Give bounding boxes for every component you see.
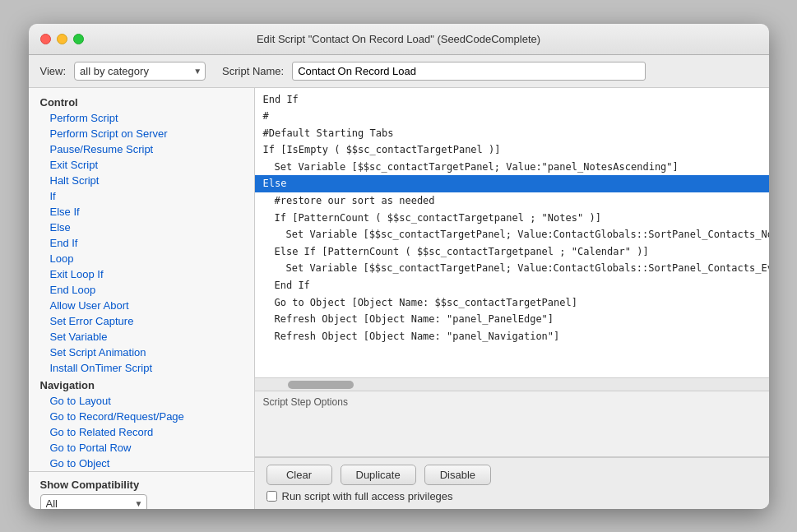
sidebar-item-else[interactable]: Else — [29, 220, 254, 235]
sidebar-item-install-ontimer[interactable]: Install OnTimer Script — [29, 360, 254, 376]
titlebar: Edit Script "Contact On Record Load" (Se… — [29, 24, 769, 55]
scrollbar-thumb[interactable] — [288, 381, 354, 389]
sidebar-item-set-error-capture[interactable]: Set Error Capture — [29, 313, 254, 329]
sidebar-item-exit-loop-if[interactable]: Exit Loop If — [29, 266, 254, 282]
main-window: Edit Script "Contact On Record Load" (Se… — [29, 24, 769, 509]
full-access-label: Run script with full access privileges — [282, 490, 453, 502]
sidebar-item-else-if[interactable]: Else If — [29, 204, 254, 220]
sidebar-item-perform-script[interactable]: Perform Script — [29, 110, 254, 126]
full-access-checkbox[interactable] — [266, 491, 277, 502]
sidebar-category-control: Control — [29, 93, 254, 110]
clear-button[interactable]: Clear — [266, 465, 332, 485]
script-line[interactable]: Set Variable [$$sc_contactTargetPanel; V… — [255, 260, 769, 277]
script-line[interactable]: #Default Starting Tabs — [255, 125, 769, 142]
sidebar-item-end-if[interactable]: End If — [29, 235, 254, 251]
view-label: View: — [40, 65, 67, 77]
sidebar-item-exit-script[interactable]: Exit Script — [29, 157, 254, 173]
sidebar-item-set-script-animation[interactable]: Set Script Animation — [29, 345, 254, 360]
script-line[interactable]: Else If [PatternCount ( $$sc_contactTarg… — [255, 243, 769, 261]
minimize-button[interactable] — [57, 34, 67, 44]
sidebar-item-go-to-record[interactable]: Go to Record/Request/Page — [29, 409, 254, 424]
sidebar-item-go-to-layout[interactable]: Go to Layout — [29, 393, 254, 409]
script-step-options: Script Step Options — [255, 391, 769, 457]
main-content: Control Perform Script Perform Script on… — [29, 88, 769, 509]
maximize-button[interactable] — [73, 34, 84, 44]
script-line[interactable]: If [PatternCount ( $$sc_contactTargetpan… — [255, 210, 769, 227]
script-line[interactable]: #restore our sort as needed — [255, 192, 769, 210]
script-line[interactable]: # — [255, 108, 769, 125]
right-panel: End If # #Default Starting Tabs If [IsEm… — [255, 88, 769, 509]
script-step-options-label: Script Step Options — [263, 396, 348, 408]
script-line[interactable]: Set Variable [$$sc_contactTargetPanel; V… — [255, 226, 769, 243]
traffic-lights — [40, 34, 84, 44]
sidebar-item-if[interactable]: If — [29, 188, 254, 204]
sidebar-item-halt-script[interactable]: Halt Script — [29, 173, 254, 188]
sidebar-bottom: Show Compatibility All ▼ — [29, 471, 254, 509]
script-line[interactable]: Refresh Object [Object Name: "panel_Navi… — [255, 328, 769, 345]
show-compatibility-label: Show Compatibility — [40, 479, 243, 491]
sidebar-category-navigation: Navigation — [29, 376, 254, 393]
script-line[interactable]: Refresh Object [Object Name: "panel_Pane… — [255, 311, 769, 328]
sidebar-item-pause-resume[interactable]: Pause/Resume Script — [29, 141, 254, 157]
toolbar: View: all by category ▼ Script Name: — [29, 55, 769, 88]
script-name-input[interactable] — [292, 62, 646, 81]
sidebar-item-go-to-object[interactable]: Go to Object — [29, 456, 254, 471]
script-editor[interactable]: End If # #Default Starting Tabs If [IsEm… — [255, 88, 769, 378]
duplicate-button[interactable]: Duplicate — [341, 465, 416, 485]
sidebar-item-go-to-portal-row[interactable]: Go to Portal Row — [29, 440, 254, 456]
sidebar-item-perform-script-server[interactable]: Perform Script on Server — [29, 126, 254, 141]
script-line[interactable]: End If — [255, 91, 769, 109]
action-buttons-row: Clear Duplicate Disable — [266, 465, 758, 485]
view-select[interactable]: all by category — [74, 62, 206, 81]
script-line[interactable]: If [IsEmpty ( $$sc_contactTargetPanel )] — [255, 141, 769, 159]
view-select-wrapper: all by category ▼ — [74, 62, 206, 81]
sidebar-item-allow-user-abort[interactable]: Allow User Abort — [29, 298, 254, 313]
compatibility-select[interactable]: All — [40, 494, 147, 509]
sidebar-item-set-variable[interactable]: Set Variable — [29, 329, 254, 345]
window-title: Edit Script "Contact On Record Load" (Se… — [257, 33, 540, 45]
horizontal-scrollbar[interactable] — [255, 378, 769, 391]
sidebar-item-end-loop[interactable]: End Loop — [29, 282, 254, 298]
disable-button[interactable]: Disable — [424, 465, 491, 485]
script-line[interactable]: Set Variable [$$sc_contactTargetPanel; V… — [255, 159, 769, 176]
bottom-bar: Clear Duplicate Disable Run script with … — [255, 457, 769, 509]
script-line-selected[interactable]: Else — [255, 175, 769, 192]
full-access-row: Run script with full access privileges — [266, 490, 758, 502]
sidebar: Control Perform Script Perform Script on… — [29, 88, 255, 509]
script-line[interactable]: End If — [255, 277, 769, 294]
script-name-label: Script Name: — [222, 65, 284, 77]
close-button[interactable] — [40, 34, 51, 44]
script-line[interactable]: Go to Object [Object Name: $$sc_contactT… — [255, 294, 769, 312]
sidebar-item-go-to-related[interactable]: Go to Related Record — [29, 424, 254, 440]
sidebar-item-loop[interactable]: Loop — [29, 251, 254, 266]
compat-select-wrapper: All ▼ — [40, 494, 147, 509]
